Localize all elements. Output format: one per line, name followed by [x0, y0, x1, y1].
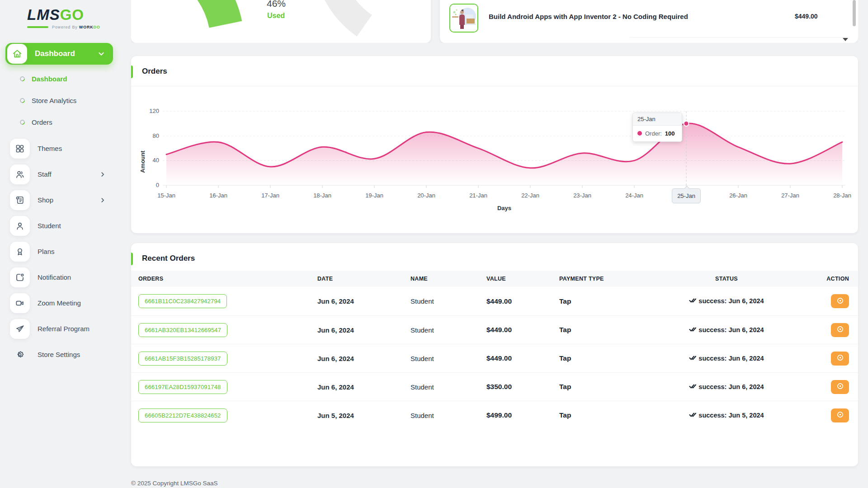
powered-by-label: Powered By	[52, 25, 78, 29]
scrollbar-thumb[interactable]	[853, 0, 856, 26]
svg-text:22-Jan: 22-Jan	[521, 192, 539, 199]
home-icon	[7, 44, 27, 64]
double-check-icon	[689, 297, 696, 305]
column-header-date: DATE	[317, 276, 410, 282]
logo-lms-text: LMS	[27, 6, 60, 23]
order-name: Student	[410, 297, 486, 305]
table-row: 6661AB320EB13412669547 Jun 6, 2024 Stude…	[131, 315, 858, 344]
order-id-link[interactable]: 666197EA28D15937091748	[138, 380, 227, 394]
order-name: Student	[410, 326, 486, 334]
view-icon	[836, 354, 844, 363]
order-payment-type: Tap	[559, 297, 654, 305]
view-order-button[interactable]	[831, 352, 849, 366]
order-date: Jun 6, 2024	[317, 297, 410, 305]
table-row: 666197EA28D15937091748 Jun 6, 2024 Stude…	[131, 372, 858, 401]
tooltip-date: 25-Jan	[633, 113, 682, 126]
sidebar-item-label: Themes	[38, 145, 62, 152]
column-header-name: NAME	[410, 276, 486, 282]
orders-chart-card: Orders 0408012015-Jan16-Jan17-Jan18-Jan1…	[131, 56, 858, 233]
brand-work: WORK	[79, 25, 94, 29]
send-icon	[10, 319, 30, 339]
order-id-link[interactable]: 66605B2212D7E438824652	[138, 408, 227, 422]
view-order-button[interactable]	[831, 294, 849, 308]
sidebar-sub-item-store-analytics[interactable]: Store Analytics	[5, 90, 113, 112]
order-value: $449.00	[486, 326, 559, 334]
notification-icon	[10, 267, 30, 287]
order-date: Jun 6, 2024	[317, 355, 410, 362]
sidebar-item-label: Store Settings	[38, 351, 80, 358]
view-order-button[interactable]	[831, 380, 849, 394]
sidebar-item-label: Zoom Meeting	[38, 299, 81, 307]
brand-do: DO	[94, 25, 100, 29]
powered-by: Powered By WORKDO	[5, 25, 113, 29]
order-status-text: success: Jun 6, 2024	[698, 383, 764, 390]
sidebar-item-label: Staff	[38, 170, 52, 178]
tooltip-value: 100	[665, 130, 675, 137]
svg-text:Amount: Amount	[139, 150, 146, 173]
svg-text:23-Jan: 23-Jan	[573, 192, 591, 199]
grid-icon	[10, 139, 30, 159]
sidebar-item-student[interactable]: Student	[5, 216, 113, 236]
order-id-link[interactable]: 6661B11C0C238427942794	[138, 294, 227, 308]
sidebar-sub-item-orders[interactable]: Orders	[5, 112, 113, 133]
order-payment-type: Tap	[559, 326, 654, 334]
top-cards-row: 46% Used Build Android Apps with App Inv…	[131, 0, 858, 43]
column-header-action: ACTION	[799, 276, 849, 282]
order-payment-type: Tap	[559, 354, 654, 362]
order-status-text: success: Jun 6, 2024	[698, 326, 764, 333]
table-body: 6661B11C0C238427942794 Jun 6, 2024 Stude…	[131, 287, 858, 429]
sidebar-item-label: Student	[38, 222, 61, 230]
course-title: Build Android Apps with App Inventor 2 -…	[489, 13, 688, 20]
table-header-row: ORDERSDATENAMEVALUEPAYMENT TYPESTATUSACT…	[131, 271, 858, 287]
recent-orders-card: Recent Orders ORDERSDATENAMEVALUEPAYMENT…	[131, 243, 858, 466]
bullet-ring-icon	[19, 119, 26, 126]
svg-text:16-Jan: 16-Jan	[209, 192, 227, 199]
sidebar-sub-item-label: Store Analytics	[32, 97, 76, 104]
order-status-text: success: Jun 6, 2024	[698, 297, 764, 305]
table-row: 6661AB15F3B15285178937 Jun 6, 2024 Stude…	[131, 344, 858, 372]
sidebar-item-staff[interactable]: Staff	[5, 164, 113, 185]
sidebar-item-label: Referral Program	[38, 325, 90, 333]
sidebar-item-dashboard-group[interactable]: Dashboard	[5, 43, 113, 65]
view-icon	[836, 325, 844, 334]
sidebar-item-zoom-meeting[interactable]: Zoom Meeting	[5, 293, 113, 314]
double-check-icon	[689, 354, 696, 362]
sidebar-sub-item-label: Orders	[32, 118, 52, 126]
order-status-text: success: Jun 6, 2024	[698, 355, 764, 362]
svg-text:80: 80	[153, 132, 159, 139]
sidebar-item-plans[interactable]: Plans	[5, 241, 113, 262]
view-order-button[interactable]	[831, 323, 849, 337]
scroll-down-arrow-icon[interactable]	[843, 38, 848, 41]
orders-panel-title: Orders	[131, 56, 858, 76]
order-name: Student	[410, 383, 486, 391]
chevron-right-icon	[99, 197, 106, 203]
column-header-value: VALUE	[486, 276, 559, 282]
tooltip-series-label: Order:	[645, 130, 662, 137]
svg-text:20-Jan: 20-Jan	[417, 192, 435, 199]
double-check-icon	[689, 411, 696, 419]
svg-text:24-Jan: 24-Jan	[625, 192, 643, 199]
sidebar-item-referral-program[interactable]: Referral Program	[5, 319, 113, 339]
order-date: Jun 5, 2024	[317, 412, 410, 419]
sidebar-item-list: Themes Staff Shop Student Plans Notifica…	[5, 138, 113, 365]
order-id-link[interactable]: 6661AB15F3B15285178937	[138, 352, 227, 366]
sidebar-item-themes[interactable]: Themes	[5, 138, 113, 159]
svg-text:18-Jan: 18-Jan	[313, 192, 331, 199]
course-list-card: Build Android Apps with App Inventor 2 -…	[440, 0, 858, 43]
sidebar-item-notification[interactable]: Notification	[5, 267, 113, 288]
x-axis-highlight-label: 25-Jan	[672, 188, 701, 203]
column-header-orders: ORDERS	[138, 276, 317, 282]
sidebar-item-shop[interactable]: Shop	[5, 190, 113, 211]
app-logo: LMSGO	[5, 5, 113, 23]
orders-area-chart[interactable]: 0408012015-Jan16-Jan17-Jan18-Jan19-Jan20…	[131, 86, 858, 233]
sidebar-item-store-settings[interactable]: Store Settings	[5, 344, 113, 365]
bullet-ring-icon	[19, 97, 26, 104]
chevron-down-icon	[98, 50, 105, 57]
order-name: Student	[410, 355, 486, 362]
view-order-button[interactable]	[831, 408, 849, 422]
sidebar-sub-item-dashboard[interactable]: Dashboard	[5, 68, 113, 90]
order-id-link[interactable]: 6661AB320EB13412669547	[138, 323, 227, 337]
award-icon	[10, 242, 30, 262]
svg-text:27-Jan: 27-Jan	[781, 192, 799, 199]
sidebar-item-label: Notification	[38, 273, 71, 281]
